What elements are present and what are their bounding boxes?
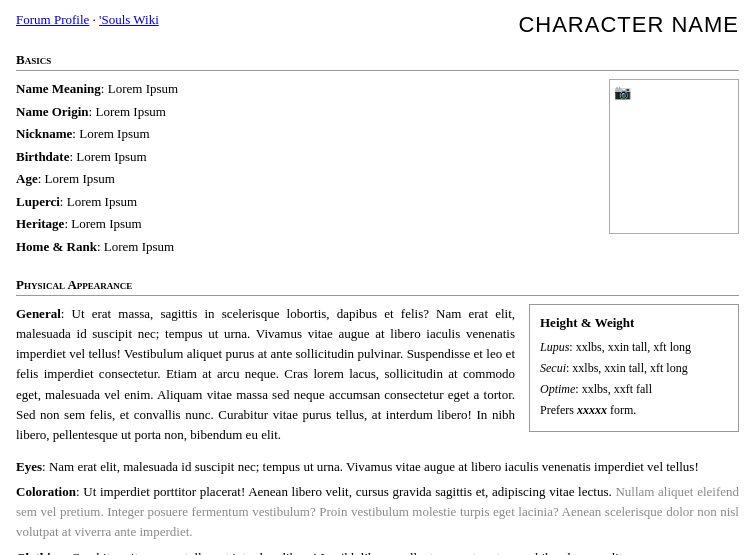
- eyes-paragraph: Eyes: Nam erat elit, malesuada id suscip…: [16, 457, 739, 477]
- forum-profile-link[interactable]: Forum Profile: [16, 12, 89, 27]
- clothing-label: Clothing: [16, 550, 64, 555]
- character-image: 📷: [609, 79, 739, 234]
- field-nickname: Nickname: Lorem Ipsum: [16, 124, 589, 144]
- hw-secui: Secui: xxlbs, xxin tall, xft long: [540, 359, 728, 378]
- top-links: Forum Profile · 'Souls Wiki: [16, 12, 159, 28]
- souls-wiki-link[interactable]: 'Souls Wiki: [99, 12, 159, 27]
- basics-fields: Name Meaning: Lorem Ipsum Name Origin: L…: [16, 79, 589, 259]
- hw-prefers-form: xxxxx: [577, 403, 607, 417]
- general-text-block: General: Ut erat massa, sagittis in scel…: [16, 304, 515, 451]
- field-age: Age: Lorem Ipsum: [16, 169, 589, 189]
- basics-content: Name Meaning: Lorem Ipsum Name Origin: L…: [16, 79, 739, 259]
- physical-section: Physical Appearance General: Ut erat mas…: [16, 277, 739, 555]
- hw-title: Height & Weight: [540, 313, 728, 334]
- field-name-meaning: Name Meaning: Lorem Ipsum: [16, 79, 589, 99]
- coloration-body-normal: Ut imperdiet porttitor placerat! Aenean …: [83, 484, 611, 499]
- top-bar: Forum Profile · 'Souls Wiki CHARACTER NA…: [16, 12, 739, 38]
- field-heritage: Heritage: Lorem Ipsum: [16, 214, 589, 234]
- character-name-title: CHARACTER NAME: [518, 12, 739, 38]
- coloration-paragraph: Coloration: Ut imperdiet porttitor place…: [16, 482, 739, 542]
- general-body: Ut erat massa, sagittis in scelerisque l…: [16, 306, 515, 442]
- hw-lupus-label: Lupus: [540, 340, 569, 354]
- coloration-label: Coloration: [16, 484, 76, 499]
- hw-optime-label: Optime: [540, 382, 575, 396]
- eyes-label: Eyes: [16, 459, 42, 474]
- lower-fields: Eyes: Nam erat elit, malesuada id suscip…: [16, 457, 739, 555]
- clothing-body: Curabitur vitae purus tellus, at interdu…: [71, 550, 626, 555]
- clothing-paragraph: Clothing: Curabitur vitae purus tellus, …: [16, 548, 739, 555]
- physical-content: General: Ut erat massa, sagittis in scel…: [16, 304, 739, 451]
- image-placeholder-icon: 📷: [614, 84, 631, 101]
- general-label: General: [16, 306, 61, 321]
- field-home-rank: Home & Rank: Lorem Ipsum: [16, 237, 589, 257]
- hw-box: Height & Weight Lupus: xxlbs, xxin tall,…: [529, 304, 739, 432]
- hw-lupus: Lupus: xxlbs, xxin tall, xft long: [540, 338, 728, 357]
- hw-optime: Optime: xxlbs, xxft fall: [540, 380, 728, 399]
- basics-section-header: Basics: [16, 52, 739, 71]
- field-birthdate: Birthdate: Lorem Ipsum: [16, 147, 589, 167]
- hw-secui-label: Secui: [540, 361, 566, 375]
- physical-section-header: Physical Appearance: [16, 277, 739, 296]
- eyes-body: Nam erat elit, malesuada id suscipit nec…: [49, 459, 699, 474]
- general-paragraph: General: Ut erat massa, sagittis in scel…: [16, 304, 515, 445]
- hw-prefers: Prefers xxxxx form.: [540, 401, 728, 420]
- field-luperci: Luperci: Lorem Ipsum: [16, 192, 589, 212]
- field-name-origin: Name Origin: Lorem Ipsum: [16, 102, 589, 122]
- basics-section: Basics Name Meaning: Lorem Ipsum Name Or…: [16, 52, 739, 259]
